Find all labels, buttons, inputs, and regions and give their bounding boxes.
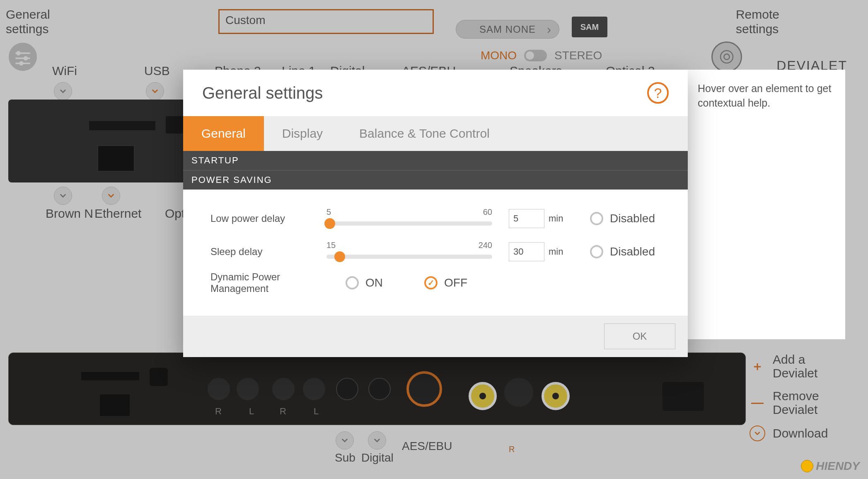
- radio-icon: [590, 212, 603, 225]
- low-power-max: 60: [483, 207, 492, 217]
- sleep-slider[interactable]: 15 240: [326, 250, 492, 254]
- tab-balance-tone[interactable]: Balance & Tone Control: [341, 116, 508, 151]
- sleep-min: 15: [326, 241, 336, 250]
- radio-icon-checked: [424, 276, 438, 289]
- low-power-slider[interactable]: 5 60: [326, 216, 492, 221]
- dpm-on-option[interactable]: ON: [346, 276, 383, 289]
- low-power-unit: min: [549, 213, 565, 224]
- sleep-max: 240: [479, 241, 492, 250]
- low-power-disabled-option[interactable]: Disabled: [590, 212, 655, 225]
- ok-button[interactable]: OK: [604, 323, 675, 349]
- tab-general[interactable]: General: [183, 116, 264, 151]
- hiendy-watermark: HIENDY: [801, 460, 860, 473]
- help-text: Hover over an element to get contextual …: [698, 83, 831, 109]
- hiendy-ball-icon: [801, 460, 813, 472]
- hiendy-text: HIENDY: [816, 460, 860, 473]
- radio-icon: [346, 276, 359, 289]
- help-panel: Hover over an element to get contextual …: [688, 70, 845, 339]
- sleep-unit: min: [549, 246, 565, 257]
- low-power-value-input[interactable]: [509, 209, 544, 228]
- low-power-disabled-label: Disabled: [610, 212, 655, 225]
- dpm-label: Dynamic Power Management: [210, 271, 326, 294]
- section-power-saving[interactable]: POWER SAVING: [183, 170, 688, 190]
- tab-display[interactable]: Display: [264, 116, 341, 151]
- dpm-off-label: OFF: [444, 276, 467, 289]
- low-power-min: 5: [326, 207, 331, 217]
- sleep-delay-label: Sleep delay: [210, 246, 326, 258]
- section-startup[interactable]: STARTUP: [183, 151, 688, 170]
- modal-title: General settings: [202, 84, 323, 102]
- help-icon[interactable]: ?: [647, 82, 669, 104]
- sleep-value-input[interactable]: [509, 242, 544, 261]
- sleep-disabled-option[interactable]: Disabled: [590, 245, 655, 258]
- sleep-disabled-label: Disabled: [610, 245, 655, 258]
- radio-icon: [590, 245, 603, 258]
- dpm-off-option[interactable]: OFF: [424, 276, 467, 289]
- general-settings-modal: General settings ? General Display Balan…: [183, 70, 688, 357]
- low-power-delay-label: Low power delay: [210, 213, 326, 224]
- dpm-on-label: ON: [365, 276, 383, 289]
